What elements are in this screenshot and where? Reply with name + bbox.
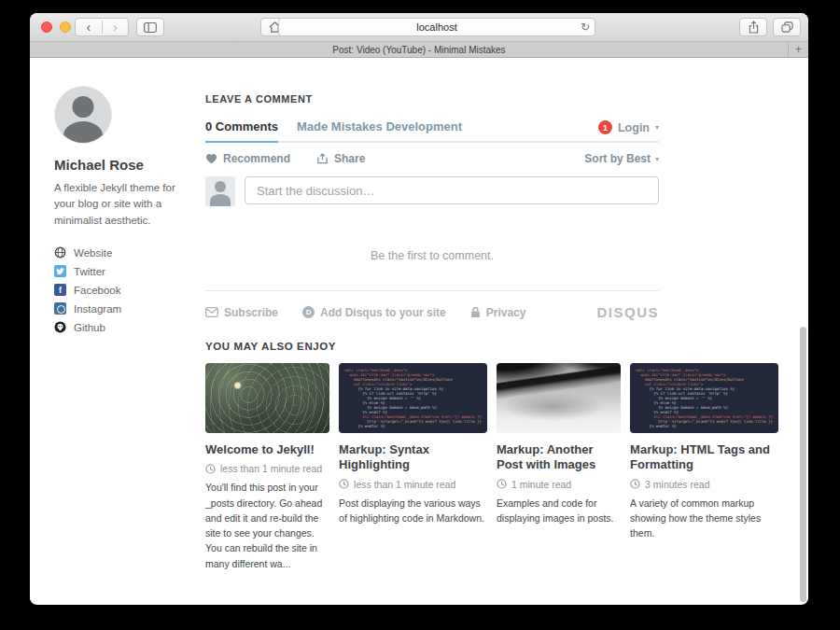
tab-overview-button[interactable] (773, 18, 801, 36)
link-label: Website (74, 247, 112, 259)
tab-bar: Post: Video (YouTube) - Minimal Mistakes… (30, 42, 808, 58)
comment-compose (205, 176, 659, 206)
related-card: Markup: Another Post with Images 1 minut… (497, 363, 621, 571)
related-cards: Welcome to Jekyll! less than 1 minute re… (205, 363, 778, 571)
comments-heading: LEAVE A COMMENT (205, 93, 659, 105)
forward-button[interactable]: › (102, 21, 129, 34)
author-name: Michael Rose (54, 157, 196, 173)
vertical-scrollbar[interactable] (800, 327, 806, 602)
disqus-actions-row: Recommend Share Sort by Best ▾ (205, 143, 659, 175)
link-label: Instagram (74, 303, 121, 315)
post-excerpt: A variety of common markup showing how t… (630, 496, 778, 541)
avatar-silhouette (73, 96, 94, 118)
post-excerpt: Examples and code for displaying images … (497, 496, 621, 526)
post-title-link[interactable]: Markup: Syntax Highlighting (339, 442, 487, 473)
url-text: localhost (416, 21, 456, 33)
tab-comments-count[interactable]: 0 Comments (205, 119, 278, 143)
globe-icon (54, 246, 66, 259)
post-title-link[interactable]: Welcome to Jekyll! (205, 442, 329, 457)
share-button[interactable] (739, 18, 767, 36)
twitter-icon (54, 265, 66, 277)
post-thumbnail-code-editor[interactable]: <div class="masthead__menu"> <nav id="si… (339, 363, 487, 433)
sidebar-item-github[interactable]: Github (54, 318, 196, 337)
recommend-button[interactable]: Recommend (205, 152, 290, 165)
sort-by-dropdown[interactable]: Sort by Best ▾ (584, 152, 659, 165)
disqus-logo[interactable]: DISQUS (596, 304, 659, 320)
avatar (54, 86, 112, 144)
github-icon (54, 321, 66, 333)
login-label: Login (618, 121, 650, 134)
link-label: Facebook (74, 285, 121, 296)
read-time: 3 minutes read (645, 479, 709, 490)
read-time: 1 minute read (511, 479, 571, 490)
safari-window: ‹ › localhost ↻ Post: Video (YouTube) - … (30, 13, 808, 605)
active-tab[interactable]: Post: Video (YouTube) - Minimal Mistakes (332, 45, 505, 55)
related-card: <div class="masthead__menu"> <nav id="si… (339, 363, 487, 571)
share-box-icon (316, 153, 329, 164)
clock-icon (205, 464, 216, 474)
lock-icon (470, 306, 481, 318)
post-excerpt: You'll find this post in your _posts dir… (205, 480, 329, 571)
login-control[interactable]: 1 Login ▾ (598, 120, 659, 141)
related-card: Welcome to Jekyll! less than 1 minute re… (205, 363, 329, 571)
tab-community[interactable]: Made Mistakes Development (297, 119, 462, 141)
sidebar-item-instagram[interactable]: Instagram (54, 300, 196, 318)
notification-badge: 1 (598, 120, 612, 134)
link-label: Twitter (74, 266, 105, 277)
post-title-link[interactable]: Markup: HTML Tags and Formatting (630, 442, 778, 473)
sidebar-item-facebook[interactable]: f Facebook (54, 281, 196, 300)
tab-overview-icon (781, 21, 793, 33)
post-thumbnail-foggy-landscape[interactable] (497, 363, 621, 433)
related-card: <div class="masthead__menu"> <nav id="si… (630, 363, 778, 571)
new-tab-button[interactable]: + (788, 42, 808, 57)
author-bio: A flexible Jekyll theme for your blog or… (54, 180, 196, 229)
empty-comments-message: Be the first to comment. (205, 249, 659, 262)
privacy-link[interactable]: Privacy (470, 306, 526, 319)
sidebar-item-twitter[interactable]: Twitter (54, 262, 196, 281)
caret-down-icon: ▾ (655, 155, 659, 163)
sidebar-toggle-icon (144, 22, 157, 33)
disqus-d-icon: D (302, 306, 315, 318)
envelope-icon (205, 307, 218, 317)
link-label: Github (74, 322, 105, 333)
reload-button[interactable]: ↻ (581, 21, 590, 34)
clock-icon (630, 479, 640, 489)
screenshot-stage: ‹ › localhost ↻ Post: Video (YouTube) - … (0, 0, 840, 630)
clock-icon (339, 479, 349, 489)
back-button[interactable]: ‹ (76, 21, 102, 34)
read-time: less than 1 minute read (354, 479, 455, 490)
browser-toolbar: ‹ › localhost ↻ (30, 13, 808, 42)
post-title-link[interactable]: Markup: Another Post with Images (497, 442, 621, 473)
read-time: less than 1 minute read (220, 463, 322, 474)
minimize-window-button[interactable] (60, 21, 71, 33)
instagram-icon (54, 302, 66, 315)
sidebar-item-website[interactable]: Website (54, 244, 196, 262)
sidebar-toggle-button[interactable] (136, 18, 164, 36)
facebook-icon: f (54, 284, 66, 296)
related-heading: YOU MAY ALSO ENJOY (205, 341, 778, 352)
post-excerpt: Post displaying the various ways of high… (339, 496, 487, 526)
post-thumbnail-code-editor[interactable]: <div class="masthead__menu"> <nav id="si… (630, 363, 778, 433)
author-links: Website Twitter f Facebook Insta (54, 244, 196, 337)
post-thumbnail-green-bubbles[interactable] (205, 363, 329, 433)
share-icon (749, 21, 759, 34)
author-sidebar: Michael Rose A flexible Jekyll theme for… (54, 86, 196, 337)
comments-section: LEAVE A COMMENT 0 Comments Made Mistakes… (205, 58, 659, 320)
share-comments-button[interactable]: Share (316, 152, 365, 165)
subscribe-link[interactable]: Subscribe (205, 306, 278, 319)
disqus-tab-bar: 0 Comments Made Mistakes Development 1 L… (205, 119, 659, 143)
clock-icon (497, 479, 507, 489)
add-disqus-link[interactable]: D Add Disqus to your site (302, 306, 446, 319)
heart-icon (205, 153, 217, 164)
caret-down-icon: ▾ (655, 123, 659, 132)
page-content: Michael Rose A flexible Jekyll theme for… (30, 58, 808, 604)
history-nav-group: ‹ › (75, 18, 129, 36)
disqus-footer: Subscribe D Add Disqus to your site Priv… (205, 291, 659, 320)
address-bar[interactable]: localhost ↻ (278, 18, 595, 36)
close-window-button[interactable] (41, 21, 52, 33)
guest-avatar (205, 176, 235, 206)
comment-input[interactable] (245, 176, 659, 204)
related-posts-section: YOU MAY ALSO ENJOY Welcome to Jekyll! le… (205, 341, 778, 571)
